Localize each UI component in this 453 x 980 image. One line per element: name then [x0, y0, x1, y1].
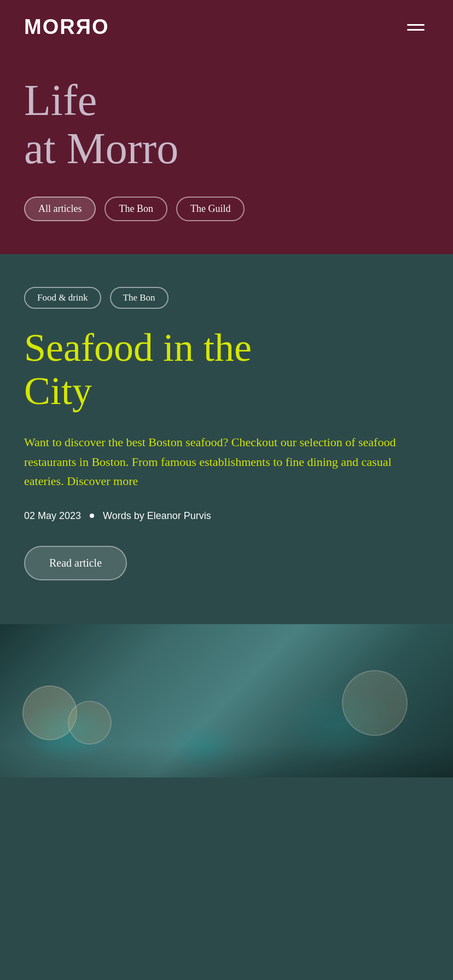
- article-title-line1: Seafood in the: [24, 326, 252, 370]
- hero-title-line1: Life: [24, 76, 97, 124]
- decorative-plate-3: [342, 670, 408, 736]
- read-article-button[interactable]: Read article: [24, 546, 127, 580]
- menu-icon-line2: [407, 29, 425, 31]
- decorative-plate-1: [22, 685, 77, 740]
- article-author: Words by Eleanor Purvis: [103, 510, 211, 522]
- navbar: MORЯO: [0, 0, 453, 54]
- hero-title: Life at Morro: [24, 76, 429, 172]
- menu-icon-line1: [407, 24, 425, 26]
- article-image-section: [0, 624, 453, 777]
- filter-all-articles[interactable]: All articles: [24, 197, 96, 221]
- hero-section: MORЯO Life at Morro All articles The Bon…: [0, 0, 453, 254]
- article-section: Food & drink The Bon Seafood in the City…: [0, 254, 453, 624]
- article-title: Seafood in the City: [24, 326, 429, 413]
- filter-the-bon[interactable]: The Bon: [104, 197, 167, 221]
- article-excerpt: Want to discover the best Boston seafood…: [24, 433, 396, 491]
- hero-title-line2: at Morro: [24, 124, 178, 172]
- article-image: [0, 624, 453, 777]
- tag-food-drink[interactable]: Food & drink: [24, 287, 101, 309]
- article-title-line2: City: [24, 369, 92, 413]
- decorative-plate-2: [68, 701, 112, 745]
- brand-logo: MORЯO: [24, 15, 109, 39]
- article-meta: 02 May 2023 Words by Eleanor Purvis: [24, 510, 429, 522]
- article-date: 02 May 2023: [24, 510, 81, 522]
- article-tags: Food & drink The Bon: [24, 287, 429, 309]
- hero-content: Life at Morro All articles The Bon The G…: [0, 54, 453, 221]
- filter-the-guild[interactable]: The Guild: [176, 197, 245, 221]
- menu-button[interactable]: [403, 20, 429, 35]
- meta-separator: [90, 514, 94, 518]
- filter-tabs: All articles The Bon The Guild: [24, 197, 429, 221]
- tag-the-bon[interactable]: The Bon: [110, 287, 169, 309]
